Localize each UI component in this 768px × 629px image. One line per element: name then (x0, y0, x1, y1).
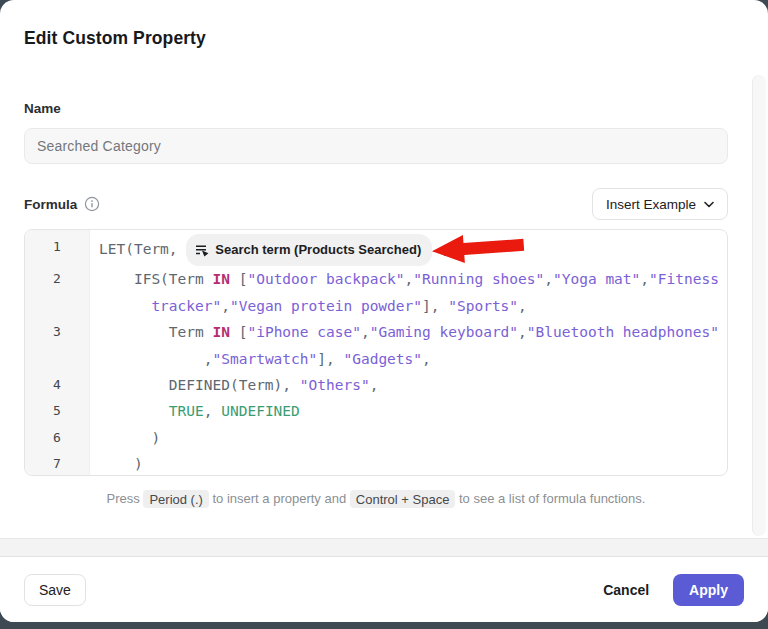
dialog-title: Edit Custom Property (24, 28, 744, 49)
dialog-header: Edit Custom Property (0, 0, 768, 49)
code-text: ,"Smartwatch"], "Gadgets", (89, 346, 727, 372)
code-text: tracker","Vegan protein powder"], "Sport… (89, 293, 727, 319)
code-row: 2 IFS(Term IN ["Outdoor backpack","Runni… (25, 266, 727, 292)
line-number: 5 (25, 398, 89, 424)
line-number: 4 (25, 372, 89, 398)
code-row: 6 ) (25, 425, 727, 451)
name-input-value: Searched Category (37, 138, 161, 154)
line-number (25, 346, 89, 372)
insert-example-button[interactable]: Insert Example (592, 188, 728, 220)
code-row: 1LET(Term, Search term (Products Searche… (25, 234, 727, 266)
footer-separator-band (0, 538, 768, 557)
hint-suffix: to see a list of formula functions. (455, 491, 645, 506)
save-button[interactable]: Save (24, 574, 86, 606)
code-text: LET(Term, Search term (Products Searched… (89, 234, 727, 266)
property-chip-label: Search term (Products Searched) (215, 237, 421, 263)
code-text: Term IN ["iPhone case","Gaming keyboard"… (89, 319, 727, 345)
red-arrow-annotation (428, 229, 528, 271)
hint-middle: to insert a property and (209, 491, 350, 506)
code-row: 7 ) (25, 451, 727, 476)
kbd-period: Period (.) (143, 490, 208, 508)
line-number: 1 (25, 234, 89, 266)
code-text: IFS(Term IN ["Outdoor backpack","Running… (89, 266, 727, 292)
chevron-down-icon (704, 201, 714, 208)
insert-example-label: Insert Example (606, 197, 696, 212)
vertical-scrollbar[interactable] (752, 75, 766, 536)
code-text: ) (89, 425, 727, 451)
code-text: TRUE, UNDEFINED (89, 398, 727, 424)
apply-button[interactable]: Apply (673, 574, 744, 606)
line-number: 3 (25, 319, 89, 345)
hint-prefix: Press (107, 491, 144, 506)
line-number (25, 293, 89, 319)
edit-custom-property-dialog: Edit Custom Property Name Searched Categ… (0, 0, 768, 622)
info-icon[interactable] (84, 196, 100, 212)
formula-editor[interactable]: 1LET(Term, Search term (Products Searche… (24, 229, 728, 476)
line-number: 2 (25, 266, 89, 292)
code-row: tracker","Vegan protein powder"], "Sport… (25, 293, 727, 319)
code-row: 4 DEFINED(Term), "Others", (25, 372, 727, 398)
name-input[interactable]: Searched Category (24, 128, 728, 164)
line-number: 7 (25, 451, 89, 476)
shortcut-hint: Press Period (.) to insert a property an… (24, 491, 728, 506)
formula-label: Formula (24, 197, 77, 212)
code-row: 3 Term IN ["iPhone case","Gaming keyboar… (25, 319, 727, 345)
formula-editor-rows: 1LET(Term, Search term (Products Searche… (25, 234, 727, 476)
formula-header: Formula Insert Example (24, 188, 728, 220)
cancel-button[interactable]: Cancel (601, 574, 651, 606)
code-text: DEFINED(Term), "Others", (89, 372, 727, 398)
line-number: 6 (25, 425, 89, 451)
code-row: 5 TRUE, UNDEFINED (25, 398, 727, 424)
dialog-body: Name Searched Category Formula Insert Ex… (0, 49, 768, 506)
search-term-property-icon (195, 243, 209, 257)
kbd-control-space: Control + Space (350, 490, 456, 508)
property-chip[interactable]: Search term (Products Searched) (186, 234, 432, 266)
dialog-footer: Save Cancel Apply (0, 557, 768, 622)
name-label: Name (24, 101, 728, 116)
code-text: ) (89, 451, 727, 476)
code-row: ,"Smartwatch"], "Gadgets", (25, 346, 727, 372)
